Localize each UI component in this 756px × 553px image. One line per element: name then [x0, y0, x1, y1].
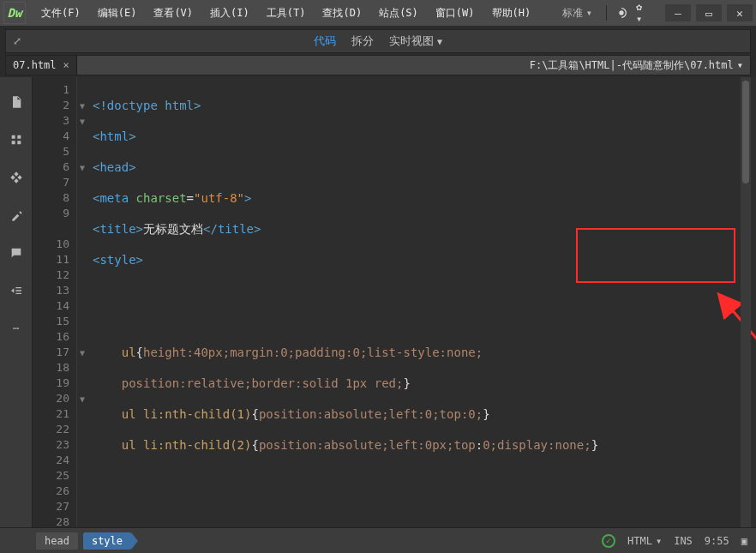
dom-icon[interactable]: [7, 168, 26, 187]
menu-file[interactable]: 文件(F): [34, 3, 87, 24]
menu-find[interactable]: 查找(D): [315, 3, 369, 24]
menu-edit[interactable]: 编辑(E): [91, 3, 144, 24]
dom-crumb-style[interactable]: style: [83, 532, 131, 550]
document-tab-bar: 07.html × F:\工具箱\HTML|-代码随意制作\07.html ▾: [5, 55, 751, 75]
view-tab-code[interactable]: 代码: [314, 33, 336, 49]
css-sources-icon[interactable]: [7, 130, 26, 149]
menu-help[interactable]: 帮助(H): [485, 3, 538, 24]
vertical-scrollbar[interactable]: [741, 77, 751, 527]
menu-insert[interactable]: 插入(I): [203, 3, 256, 24]
line-number-gutter: 1 2▼ 3▼ 4 5 6▼ 7 8 9 10 11 12 13 14 15 1…: [33, 77, 77, 527]
comment-icon[interactable]: [7, 243, 26, 262]
close-tab-icon[interactable]: ×: [63, 59, 69, 71]
menu-tools[interactable]: 工具(T): [260, 3, 313, 24]
overflow-icon[interactable]: ▣: [741, 535, 747, 547]
expand-panel-icon[interactable]: ⤢: [13, 35, 21, 47]
workspace-label: 标准: [562, 6, 583, 21]
workspace-switcher[interactable]: 标准 ▾: [555, 3, 599, 24]
window-restore-button[interactable]: ▭: [696, 4, 722, 21]
document-tab-label: 07.html: [13, 59, 57, 71]
document-tab[interactable]: 07.html ×: [6, 56, 77, 75]
document-path: F:\工具箱\HTML|-代码随意制作\07.html ▾: [523, 56, 750, 75]
more-icon[interactable]: ⋯: [7, 319, 26, 338]
chevron-down-icon: ▼: [437, 37, 442, 46]
view-switcher: ⤢ 代码 拆分 实时视图▼: [5, 29, 751, 53]
main-area: ⋯ 1 2▼ 3▼ 4 5 6▼ 7 8 9 10 11 12 13 14 15…: [0, 77, 756, 527]
cursor-position: 9:55: [705, 535, 729, 547]
code-editor[interactable]: 1 2▼ 3▼ 4 5 6▼ 7 8 9 10 11 12 13 14 15 1…: [33, 77, 756, 527]
view-tab-live[interactable]: 实时视图▼: [389, 33, 442, 49]
code-body[interactable]: <!doctype html> <html> <head> <meta char…: [77, 77, 756, 527]
file-manage-icon[interactable]: [7, 93, 26, 111]
left-tool-rail: ⋯: [0, 77, 33, 527]
view-tab-split[interactable]: 拆分: [351, 33, 374, 49]
chevron-down-icon[interactable]: ▾: [737, 59, 743, 71]
app-logo: Dw: [3, 2, 26, 24]
gear-icon[interactable]: ✿ ▾: [636, 5, 651, 21]
errors-status[interactable]: ✓: [602, 534, 615, 548]
sync-settings-button[interactable]: [614, 5, 629, 21]
menu-bar: Dw 文件(F) 编辑(E) 查看(V) 插入(I) 工具(T) 查找(D) 站…: [0, 0, 756, 26]
language-mode[interactable]: HTML ▾: [627, 535, 662, 547]
insert-mode[interactable]: INS: [674, 535, 693, 547]
outdent-icon[interactable]: [7, 281, 26, 300]
scrollbar-thumb[interactable]: [742, 81, 749, 183]
menu-window[interactable]: 窗口(W): [429, 3, 482, 24]
window-minimize-button[interactable]: —: [665, 4, 691, 21]
menu-view[interactable]: 查看(V): [147, 3, 200, 24]
menu-site[interactable]: 站点(S): [372, 3, 425, 24]
window-close-button[interactable]: ✕: [727, 4, 753, 21]
wand-icon[interactable]: [7, 206, 26, 225]
status-bar: head style ✓ HTML ▾ INS 9:55 ▣: [0, 527, 756, 553]
chevron-down-icon: ▾: [586, 7, 592, 19]
dom-crumb-head[interactable]: head: [36, 532, 78, 550]
